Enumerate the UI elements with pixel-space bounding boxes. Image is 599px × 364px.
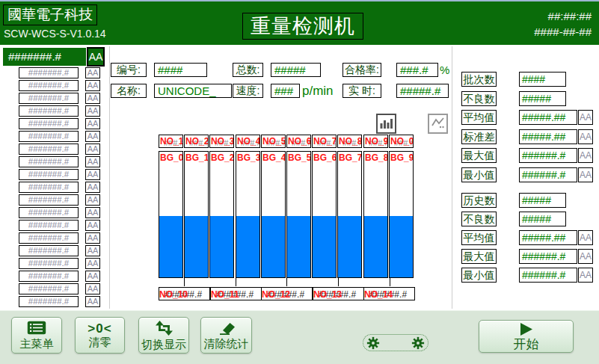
weight-row-value: #######.# [19,232,79,244]
chart-bottom-no: NO_11 [211,289,239,300]
weight-row-value: #######.# [19,93,79,104]
bar-chart-icon [379,116,393,132]
menu-icon [27,321,46,337]
stats-batch-unit: AA [578,167,593,182]
clear-zero-label: 清零 [89,336,111,348]
run-indicator [363,334,428,351]
clear-zero-button[interactable]: >0< 清零 [75,317,125,354]
line-chart-icon [431,116,445,132]
product-id-value[interactable]: #### [154,63,207,77]
stats-batch-label: 不良数 [461,91,497,106]
bar-fill [159,216,182,277]
chart-col-header: ###.#NO_2 [184,135,209,148]
stats-batch-unit: AA [578,129,593,144]
pass-rate-label: 合格率: [342,63,381,77]
chart-col-no: NO_4 [237,136,260,146]
chart-col-header: ###.#NO_0 [389,135,414,148]
weight-row-unit: AA [85,283,100,294]
clear-stats-button[interactable]: 清除统计 [200,317,252,354]
total-count-value: ##### [271,63,321,77]
chart-bottom-no: NO_13 [313,289,342,300]
weight-row-unit: AA [85,258,100,269]
chart-tick [390,278,390,286]
weight-row-value: #######.# [19,156,79,167]
speed-label: 速度: [233,84,263,98]
weight-row-value: #######.# [19,296,79,307]
switch-display-button[interactable]: 切换显示 [138,317,189,354]
stats-history-unit: AA [578,249,593,264]
weight-row-value: #######.# [19,194,79,206]
stats-history-label: 历史数 [461,193,497,208]
stats-batch-label: 批次数 [461,72,497,87]
bar-column: BG_6 [312,151,337,278]
switch-display-label: 切换显示 [141,338,186,351]
chart-col-no: NO_3 [211,136,234,146]
weight-list-header-value: #######.# [3,48,86,66]
weight-row-value: #######.# [19,245,79,256]
stats-history-label: 平均值 [461,230,497,245]
weight-row-value: #######.# [19,182,79,193]
bar-column: BG_4 [261,151,286,278]
product-name-value[interactable]: UNICODE_ [154,84,232,98]
weight-row-value: #######.# [19,271,79,282]
stats-history-label: 最小值 [461,268,497,283]
version-label: SCW-WCS-S-V1.0.14 [4,28,106,40]
bg-label: BG_4 [262,152,286,163]
bar-column: BG_9 [389,151,414,278]
main-menu-button[interactable]: 主菜单 [11,317,62,354]
total-count-label: 总数: [233,63,263,77]
bar-view-button[interactable] [376,114,396,134]
main-menu-label: 主菜单 [20,337,54,350]
weight-row-unit: AA [85,245,100,256]
stats-history-label: 最大值 [461,249,497,264]
product-name-label: 名称: [111,84,147,98]
bar-fill [338,216,361,277]
zero-icon: >0< [87,322,111,336]
weight-list-header-unit: AA [87,47,105,67]
weight-row-unit: AA [85,182,100,193]
bar-column: BG_0 [159,151,183,278]
product-id-label: 编号: [111,63,147,77]
chart-col-no: NO_7 [313,136,337,146]
stats-history-value: #####.## [519,230,577,245]
bar-column: BG_3 [236,151,260,278]
chart-tick [338,278,339,286]
bg-label: BG_8 [365,152,388,163]
bar-fill [236,216,259,277]
bar-fill [262,216,285,277]
weight-row-unit: AA [85,131,100,142]
weight-row-unit: AA [85,194,100,206]
stats-batch-value: #####.## [519,129,577,144]
bg-label: BG_2 [211,152,234,163]
weight-row-value: #######.# [19,283,79,294]
stats-history-value: ######.# [519,249,577,264]
speed-value: ### [271,84,300,98]
start-button[interactable]: 开始 [479,320,574,353]
chart-bottom-no: NO_10 [159,289,188,300]
bg-label: BG_9 [390,152,414,163]
stats-batch-unit: AA [578,148,593,163]
chart-col-no: NO_8 [339,136,362,146]
line-view-button[interactable] [428,114,448,134]
stats-batch-label: 标准差 [461,129,497,144]
chart-bottom-no: NO_12 [262,289,290,300]
time-display: ##:##:## [534,8,592,24]
weight-row-unit: AA [85,144,100,155]
pass-rate-value: ###.# [396,63,438,77]
chart-tick [286,278,287,286]
toolbar: 主菜单 >0< 清零 切换显示 [0,310,599,364]
chart-col-header: ###.#NO_3 [209,135,234,148]
bar-fill [185,216,208,277]
company-logo: 國華電子科技 [3,4,97,25]
stats-batch-value: #### [519,72,566,87]
weight-row-unit: AA [85,169,100,180]
realtime-weight-label: 实 时: [342,84,381,98]
bar-column: BG_2 [209,151,234,278]
chart-col-no: NO_1 [160,136,183,146]
bar-fill [313,216,336,277]
weight-row-value: #######.# [19,207,79,218]
weight-row-unit: AA [85,207,100,218]
stats-batch-value: ######.# [519,148,577,163]
pass-rate-unit: % [440,63,449,77]
chart-bottom-no: NO_14 [364,289,393,300]
